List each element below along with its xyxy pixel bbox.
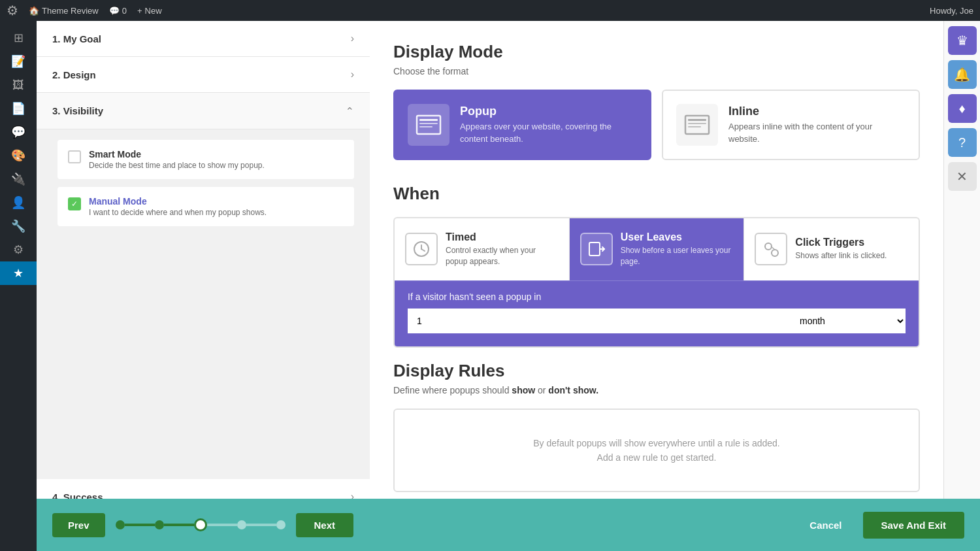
wp-sidebar-pages[interactable]: 📄 <box>0 97 37 120</box>
popup-card-desc: Appears over your website, covering the … <box>460 121 637 144</box>
inline-icon <box>676 104 718 146</box>
wp-sidebar-settings[interactable]: ⚙ <box>0 238 37 261</box>
rules-subtitle-start: Define where popups should <box>393 385 512 395</box>
popup-card[interactable]: Popup Appears over your website, coverin… <box>393 90 651 160</box>
visitor-inputs: month day week year <box>408 309 906 333</box>
wp-sidebar-media[interactable]: 🖼 <box>0 73 37 97</box>
svg-point-13 <box>765 243 772 250</box>
user-leaves-trigger-title: User Leaves <box>621 231 734 243</box>
user-leaves-trigger-desc: Show before a user leaves your page. <box>621 245 734 267</box>
admin-bar: ⚙ 🏠 Theme Review 💬 0 + New Howdy, Joe <box>0 0 980 21</box>
admin-bar-greeting: Howdy, Joe <box>930 6 973 16</box>
svg-point-14 <box>772 250 778 256</box>
display-mode-cards: Popup Appears over your website, coverin… <box>393 90 920 160</box>
svg-rect-6 <box>688 123 706 124</box>
rules-empty-state: By default popups will show everywhere u… <box>393 409 920 493</box>
trigger-container: Timed Control exactly when your popup ap… <box>393 217 920 348</box>
add-icon: + <box>137 6 142 16</box>
timed-trigger[interactable]: Timed Control exactly when your popup ap… <box>395 218 570 280</box>
visitor-count-input[interactable] <box>408 309 788 333</box>
main-content: Display Mode Choose the format Popup App… <box>370 21 943 551</box>
popup-icon <box>408 104 449 146</box>
wp-sidebar-users[interactable]: 👤 <box>0 191 37 214</box>
wp-sidebar-sumo[interactable]: ★ <box>0 261 37 285</box>
progress-dot-4 <box>237 520 246 529</box>
step-item-2[interactable]: 2. Design › <box>37 57 370 93</box>
admin-bar-comments[interactable]: 💬 0 <box>109 6 127 16</box>
smart-mode-desc: Decide the best time and place to show m… <box>89 161 265 170</box>
click-triggers-icon <box>755 233 787 265</box>
wp-sidebar-tools[interactable]: 🔧 <box>0 214 37 238</box>
save-and-exit-button[interactable]: Save And Exit <box>863 512 964 539</box>
click-triggers-desc: Shows after link is clicked. <box>795 250 887 261</box>
manual-mode-checkbox[interactable]: ✓ <box>68 197 81 210</box>
svg-rect-11 <box>589 242 600 256</box>
svg-line-10 <box>421 249 425 251</box>
step-3-content: Smart Mode Decide the best time and plac… <box>37 129 370 479</box>
progress-line-1 <box>125 524 155 526</box>
svg-rect-7 <box>688 126 701 127</box>
admin-bar-theme-review[interactable]: 🏠 Theme Review <box>29 6 99 16</box>
click-triggers-trigger[interactable]: Click Triggers Shows after link is click… <box>744 218 919 280</box>
crown-button[interactable]: ♛ <box>948 26 977 55</box>
home-icon: 🏠 <box>29 6 39 16</box>
progress-line-3 <box>207 524 237 526</box>
progress-indicator <box>116 518 286 531</box>
timed-trigger-desc: Control exactly when your popup appears. <box>446 245 559 267</box>
progress-line-4 <box>246 524 276 526</box>
svg-rect-4 <box>685 116 709 134</box>
right-sidebar: ♛ 🔔 ♦ ? ✕ <box>943 21 980 551</box>
timed-trigger-title: Timed <box>446 231 559 243</box>
inline-card-desc: Appears inline with the content of your … <box>728 121 906 144</box>
visitor-condition-label: If a visitor hasn't seen a popup in <box>408 292 906 302</box>
bottom-bar-right: Cancel Save And Exit <box>799 512 964 539</box>
popup-card-title: Popup <box>460 105 637 118</box>
user-leaves-trigger[interactable]: User Leaves Show before a user leaves yo… <box>570 218 745 280</box>
smart-mode-option[interactable]: Smart Mode Decide the best time and plac… <box>57 140 354 179</box>
display-rules-subtitle: Define where popups should show or don't… <box>393 385 920 395</box>
next-button[interactable]: Next <box>296 513 354 537</box>
chevron-right-icon-2: › <box>351 69 354 80</box>
inline-card[interactable]: Inline Appears inline with the content o… <box>662 90 920 160</box>
step-sidebar: 1. My Goal › 2. Design › 3. Visibility ⌄… <box>37 21 370 551</box>
rules-show-word: show <box>512 385 535 395</box>
rules-dont-show-word: don't show. <box>548 385 598 395</box>
step-item-1[interactable]: 1. My Goal › <box>37 21 370 57</box>
when-title: When <box>393 184 920 204</box>
step-item-3[interactable]: 3. Visibility ⌄ <box>37 93 370 129</box>
progress-dot-3 <box>194 518 207 531</box>
smart-mode-checkbox[interactable] <box>68 150 81 163</box>
chevron-right-icon-1: › <box>351 33 354 44</box>
wp-sidebar-plugins[interactable]: 🔌 <box>0 167 37 191</box>
rules-empty-line1: By default popups will show everywhere u… <box>408 436 906 450</box>
wp-sidebar-comments[interactable]: 💬 <box>0 120 37 144</box>
admin-bar-new[interactable]: + New <box>137 6 162 16</box>
prev-button[interactable]: Prev <box>52 513 105 537</box>
wp-sidebar: ⊞ 📝 🖼 📄 💬 🎨 🔌 👤 🔧 ⚙ ★ <box>0 21 37 551</box>
manual-mode-title: Manual Mode <box>89 196 267 207</box>
rules-empty-line2: Add a new rule to get started. <box>408 450 906 465</box>
wp-sidebar-appearance[interactable]: 🎨 <box>0 144 37 167</box>
wp-logo[interactable]: ⚙ <box>7 3 18 18</box>
smart-mode-title: Smart Mode <box>89 149 265 159</box>
display-mode-title: Display Mode <box>393 42 920 62</box>
visitor-unit-select[interactable]: month day week year <box>788 309 906 333</box>
diamond-button[interactable]: ♦ <box>948 94 977 123</box>
timed-icon <box>405 233 438 265</box>
cancel-button[interactable]: Cancel <box>799 513 852 537</box>
wp-sidebar-posts[interactable]: 📝 <box>0 50 37 73</box>
manual-mode-desc: I want to decide where and when my popup… <box>89 208 267 217</box>
rules-subtitle-middle: or <box>538 385 548 395</box>
svg-rect-2 <box>419 123 438 124</box>
wp-sidebar-dashboard[interactable]: ⊞ <box>0 26 37 50</box>
bell-button[interactable]: 🔔 <box>948 60 977 89</box>
display-rules-title: Display Rules <box>393 361 920 381</box>
main-wrapper: ⊞ 📝 🖼 📄 💬 🎨 🔌 👤 🔧 ⚙ ★ 1. My Goal › 2. De… <box>0 21 980 551</box>
question-button[interactable]: ? <box>948 128 977 157</box>
close-button[interactable]: ✕ <box>948 162 977 191</box>
comment-icon: 💬 <box>109 6 120 16</box>
progress-dot-1 <box>116 520 125 529</box>
svg-rect-5 <box>688 119 706 121</box>
manual-mode-option[interactable]: ✓ Manual Mode I want to decide where and… <box>57 187 354 226</box>
trigger-options: Timed Control exactly when your popup ap… <box>395 218 919 280</box>
